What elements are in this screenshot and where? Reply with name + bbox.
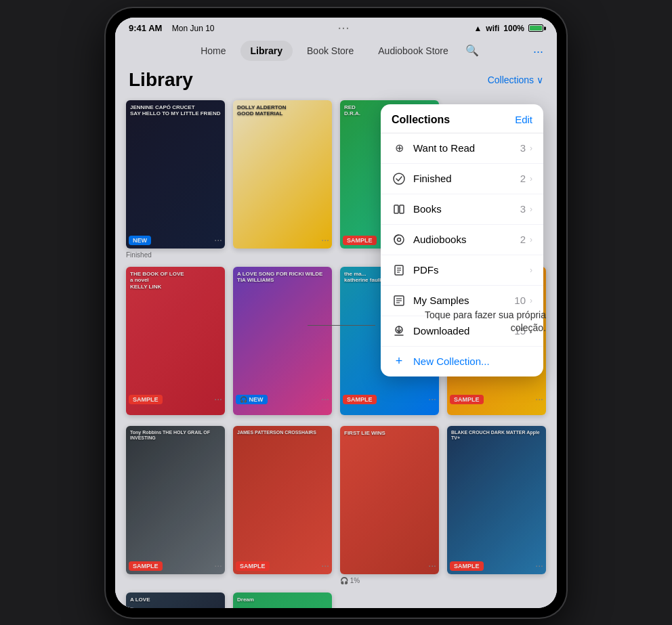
- callout-text: Toque para fazer sua própria coleção.: [417, 309, 546, 335]
- my-samples-count: 10: [514, 295, 526, 306]
- want-to-read-icon: ⊕: [392, 141, 406, 156]
- books-count: 3: [520, 203, 526, 215]
- svg-rect-2: [400, 205, 404, 213]
- audiobooks-label: Audiobooks: [413, 234, 520, 245]
- chevron-icon: ›: [530, 265, 532, 275]
- edit-button[interactable]: Edit: [515, 114, 532, 125]
- collections-dropdown: Collections Edit ⊕ Want to Read 3 › Fini…: [381, 104, 543, 376]
- dropdown-header: Collections Edit: [381, 104, 543, 133]
- svg-point-4: [398, 238, 401, 241]
- books-label: Books: [413, 203, 520, 215]
- finished-count: 2: [520, 173, 526, 184]
- pdfs-icon: [392, 263, 406, 278]
- downloaded-icon: [392, 324, 406, 339]
- chevron-icon: ›: [530, 174, 532, 184]
- collection-want-to-read[interactable]: ⊕ Want to Read 3 ›: [381, 133, 543, 164]
- want-to-read-label: Want to Read: [413, 142, 520, 154]
- dropdown-title: Collections: [392, 114, 450, 126]
- finished-icon: [392, 171, 406, 186]
- chevron-icon: ›: [530, 144, 532, 153]
- ipad-frame: 9:41 AM Mon Jun 10 ··· ▲ wifi 100% Home …: [106, 8, 566, 618]
- chevron-icon: ›: [530, 204, 532, 214]
- collection-audiobooks[interactable]: Audiobooks 2 ›: [381, 225, 543, 255]
- audiobooks-count: 2: [520, 234, 526, 245]
- want-to-read-count: 3: [520, 142, 526, 154]
- callout-line: [308, 325, 375, 326]
- audiobooks-icon: [392, 232, 406, 247]
- finished-label: Finished: [413, 173, 520, 184]
- my-samples-icon: [392, 293, 406, 308]
- svg-point-0: [394, 173, 404, 184]
- my-samples-label: My Samples: [413, 295, 514, 306]
- chevron-icon: ›: [530, 235, 532, 244]
- chevron-icon: ›: [530, 296, 532, 305]
- ipad-screen: 9:41 AM Mon Jun 10 ··· ▲ wifi 100% Home …: [115, 18, 557, 608]
- add-icon: +: [392, 354, 406, 369]
- svg-rect-1: [394, 205, 398, 213]
- new-collection-label: New Collection...: [413, 355, 490, 367]
- collection-pdfs[interactable]: PDFs ›: [381, 255, 543, 286]
- books-icon: [392, 202, 406, 217]
- pdfs-label: PDFs: [413, 264, 526, 276]
- collection-finished[interactable]: Finished 2 ›: [381, 164, 543, 194]
- new-collection-button[interactable]: + New Collection...: [381, 347, 543, 376]
- collection-books[interactable]: Books 3 ›: [381, 194, 543, 225]
